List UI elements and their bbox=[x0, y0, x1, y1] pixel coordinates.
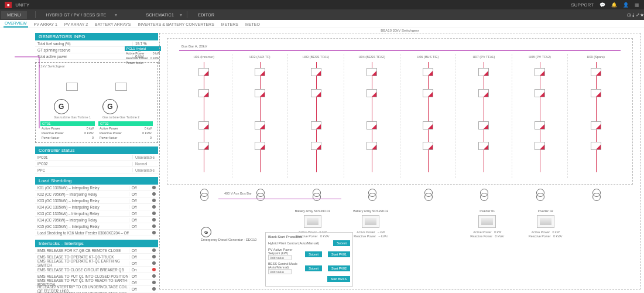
table-row: K02 (CC 705kW) – Interpoling RelayOff bbox=[35, 191, 158, 197]
tab-battery[interactable]: BATTERY ARRAYS bbox=[94, 22, 132, 28]
action-button[interactable]: Start PV01 bbox=[328, 251, 350, 257]
chat-icon[interactable]: 💬 bbox=[600, 2, 605, 8]
support-link[interactable]: SUPPORT bbox=[571, 2, 594, 8]
submit-button[interactable]: Submit bbox=[305, 265, 322, 271]
interlocks-panel: Interlocks - Intertrips EMS RELEASE FOR … bbox=[35, 240, 158, 293]
content: GENERATORS INFO Total fuel saving (%)19.… bbox=[0, 28, 644, 293]
action-button[interactable]: Start BESS bbox=[327, 276, 350, 282]
table-row: EMS RELEASE FOR K7-QB CB REMOTE CLOSEOff bbox=[35, 247, 158, 254]
tab-meters[interactable]: METERS bbox=[220, 22, 239, 28]
mode-label: EDITOR bbox=[192, 13, 220, 17]
feeder: H09 (Spare) bbox=[568, 54, 624, 178]
feeder: H02 (AUX TF) bbox=[232, 54, 289, 178]
panel-header: GENERATORS INFO bbox=[35, 33, 158, 40]
tab-pv1[interactable]: PV ARRAY 1 bbox=[33, 22, 59, 28]
feeder: H06 (BUS TIE) bbox=[400, 54, 457, 178]
feeder: H04 (BESS TFA2) bbox=[344, 54, 400, 178]
table-row: EMS RELEASE TO CLOSE CIRCUIT BREAKER QBO… bbox=[35, 267, 158, 273]
table-row: K03 (GC 1305kW) – Interpoling RelayOff bbox=[35, 197, 158, 204]
table-row: Load Shedding to K16 Motor Feeder 03060K… bbox=[35, 230, 158, 236]
device-cell: Inverter 01Active Power 0 kWReactive Pow… bbox=[458, 209, 517, 238]
tab-inverters[interactable]: INVERTERS & BATTERY CONVERTERS bbox=[136, 22, 215, 28]
feeder: H08 (PV TFA2) bbox=[512, 54, 568, 178]
topbar: ■ UNITY SUPPORT 💬 🔔 👤 ▦ bbox=[0, 0, 644, 9]
blackstart-row: PV Active Power Setpoint (kW)SubmitStart… bbox=[268, 248, 350, 260]
download-icon[interactable]: ⭳ bbox=[631, 12, 636, 18]
device-icon bbox=[478, 215, 496, 228]
brand-icon: ■ bbox=[5, 2, 12, 8]
device-icon bbox=[537, 215, 554, 228]
table-row: EMS RELEASE TO OPERATE K7-QE EARTHING SW… bbox=[35, 260, 158, 267]
blackstart-row: BESS Control Mode (Auto/Manual)SubmitSta… bbox=[268, 262, 350, 274]
generator-box: 11kV Switchgear PCL1 Hybrid Active Power… bbox=[35, 62, 158, 143]
aux-busbar bbox=[218, 199, 341, 199]
feeders: H01 (Incomer)H02 (AUX TF)H03 (BESS TFA1)… bbox=[176, 54, 624, 178]
tab-meteo[interactable]: METEO bbox=[244, 22, 261, 28]
feeder: H07 (PV TFA1) bbox=[456, 54, 512, 178]
blackstart-row: Start BESS bbox=[268, 276, 350, 282]
setpoint-input[interactable] bbox=[268, 269, 292, 274]
brand-name: UNITY bbox=[15, 2, 29, 8]
expand-icon[interactable]: ⤢ bbox=[636, 12, 640, 18]
generator-icon: G bbox=[54, 99, 69, 114]
action-button[interactable]: Start PV02 bbox=[328, 265, 350, 271]
submit-button[interactable]: Submit bbox=[333, 240, 350, 246]
controller-panel: Controller status IPC01Unavailable IPC02… bbox=[35, 146, 158, 173]
bell-icon[interactable]: 🔔 bbox=[611, 2, 617, 8]
device-cell bbox=[575, 209, 633, 238]
menubar: MENU HYBRID GT / PV / BESS SITE ▾ SCHEMA… bbox=[0, 9, 644, 20]
menu-button[interactable]: MENU bbox=[1, 11, 27, 19]
device-cell bbox=[167, 209, 225, 238]
schematic-area[interactable]: BBA10 20kV Switchgear Bus Bar A, 20kV H0… bbox=[159, 33, 640, 289]
schematic-select[interactable]: SCHEMATIC1 bbox=[141, 13, 180, 17]
generator-icon: G bbox=[102, 99, 118, 114]
tabbar: OVERVIEW PV ARRAY 1 PV ARRAY 2 BATTERY A… bbox=[0, 20, 644, 28]
left-column: GENERATORS INFO Total fuel saving (%)19.… bbox=[35, 33, 158, 293]
device-icon bbox=[362, 215, 379, 228]
submit-button[interactable]: Submit bbox=[305, 251, 322, 257]
device-icon bbox=[304, 215, 321, 228]
chevron-down-icon[interactable]: ▾ bbox=[115, 12, 117, 18]
chevron-down-icon[interactable]: ▾ bbox=[180, 12, 182, 18]
breadcrumb[interactable]: HYBRID GT / PV / BESS SITE bbox=[40, 13, 112, 17]
blackstart-panel: Black Start Procedure Hybrid Plant Contr… bbox=[265, 232, 353, 287]
switchgear-box: Bus Bar A, 20kV H01 (Incomer)H02 (AUX TF… bbox=[167, 38, 633, 185]
busbar-a bbox=[179, 50, 621, 51]
hybrid-box: PCL1 Hybrid Active Power0 kW Reactive Po… bbox=[125, 46, 161, 65]
feeder: H03 (BESS TFA1) bbox=[288, 54, 344, 178]
tab-pv2[interactable]: PV ARRAY 2 bbox=[63, 22, 89, 28]
device-cell: Inverter 02Active Power 0 kWReactive Pow… bbox=[516, 209, 575, 238]
table-row: K15 (GC 1305kW) – Interpoling RelayOff bbox=[35, 223, 158, 230]
tab-overview[interactable]: OVERVIEW bbox=[4, 21, 28, 28]
setpoint-input[interactable] bbox=[268, 255, 292, 260]
table-row: K13 (CC 1305kW) – Interpoling RelayOff bbox=[35, 210, 158, 217]
devices-row: Battery array SCS290.01Active Power 0 kW… bbox=[167, 209, 633, 238]
clock-icon[interactable]: ◷ bbox=[627, 12, 631, 18]
shedding-panel: Load Shedding K01 (GC 1305kW) – Interpol… bbox=[35, 177, 158, 236]
table-row: K01 (GC 1305kW) – Interpoling RelayOff bbox=[35, 185, 158, 191]
generators-info-panel: GENERATORS INFO Total fuel saving (%)19.… bbox=[35, 33, 158, 143]
user-icon[interactable]: 👤 bbox=[623, 2, 629, 8]
apps-icon[interactable]: ▦ bbox=[635, 2, 639, 8]
table-row: K14 (CC 705kW) – Interpoling RelayOff bbox=[35, 217, 158, 223]
star-icon[interactable]: ★ bbox=[640, 12, 644, 18]
blackstart-row: Hybrid Plant Control (Auto/Manual)Submit bbox=[268, 240, 350, 246]
feeder: H01 (Incomer) bbox=[176, 54, 232, 178]
device-cell bbox=[400, 209, 458, 238]
table-row: K04 (GC 1305kW) – Interpoling RelayOff bbox=[35, 204, 158, 210]
